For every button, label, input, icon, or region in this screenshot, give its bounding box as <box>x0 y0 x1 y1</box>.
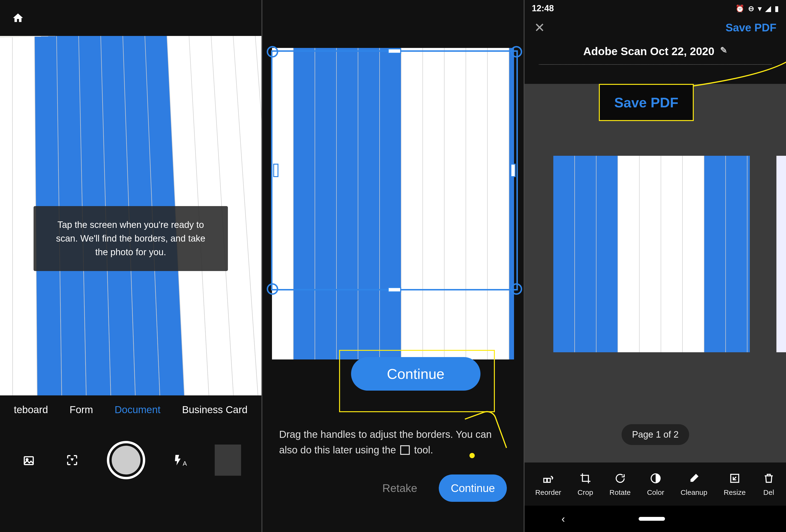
flash-icon[interactable]: A <box>171 452 189 469</box>
tool-color[interactable]: Color <box>647 471 664 496</box>
continue-button-large[interactable]: Continue <box>351 357 481 391</box>
topbar <box>0 0 261 36</box>
crop-icon <box>400 445 410 455</box>
highlight-save-pdf: Save PDF <box>599 84 694 121</box>
trash-icon <box>762 471 776 485</box>
battery-icon: ▮ <box>775 4 779 13</box>
dnd-icon: ⊖ <box>748 4 754 13</box>
alarm-icon: ⏰ <box>735 4 744 13</box>
review-header: ✕ Save PDF <box>525 17 786 38</box>
shutter-button[interactable] <box>107 441 145 479</box>
android-nav-bar: ‹ <box>525 506 786 532</box>
reorder-icon <box>541 471 555 485</box>
adjust-borders-hint: Drag the handles to adjust the borders. … <box>279 426 507 458</box>
signal-icon: ◢ <box>765 4 771 13</box>
nav-back-icon[interactable]: ‹ <box>561 513 565 525</box>
crop-handle-tr[interactable] <box>511 46 522 57</box>
home-icon[interactable] <box>12 12 24 24</box>
review-main-area: Page 1 of 2 <box>525 84 786 463</box>
crop-handle-bottom[interactable] <box>388 287 401 292</box>
tool-delete[interactable]: Del <box>762 471 776 496</box>
auto-capture-icon[interactable] <box>64 452 81 469</box>
edit-toolbar: Reorder Crop Rotate Color Cleanup Resize… <box>525 463 786 506</box>
continue-button[interactable]: Continue <box>439 475 507 502</box>
shutter-inner <box>112 446 140 475</box>
close-icon[interactable]: ✕ <box>534 20 545 35</box>
capture-toolbar: A <box>0 424 261 496</box>
crop-handle-tl[interactable] <box>267 46 278 57</box>
status-bar: 12:48 ⏰ ⊖ ▾ ◢ ▮ <box>525 0 786 17</box>
camera-viewfinder[interactable]: Tap the screen when you're ready to scan… <box>0 36 261 395</box>
mode-business-card[interactable]: Business Card <box>182 404 248 416</box>
tool-cleanup[interactable]: Cleanup <box>680 471 708 496</box>
gallery-icon[interactable] <box>20 452 38 469</box>
eraser-icon <box>687 471 701 485</box>
crop-rect[interactable] <box>271 50 518 291</box>
svg-rect-3 <box>544 478 547 482</box>
crop-handle-br[interactable] <box>511 283 522 295</box>
crop-bottom-bar: Retake Continue <box>262 475 524 502</box>
tool-reorder[interactable]: Reorder <box>535 471 561 496</box>
panel-review-save: 12:48 ⏰ ⊖ ▾ ◢ ▮ ✕ Save PDF Adobe Scan Oc… <box>525 0 786 532</box>
crop-icon <box>579 471 592 485</box>
nav-home-pill[interactable] <box>639 517 665 521</box>
captured-thumbnail[interactable] <box>215 444 241 476</box>
mode-form[interactable]: Form <box>69 404 93 416</box>
document-title-text: Adobe Scan Oct 22, 2020 <box>583 45 714 58</box>
tool-resize[interactable]: Resize <box>724 471 746 496</box>
color-icon <box>649 471 662 485</box>
svg-rect-4 <box>547 478 550 482</box>
svg-rect-0 <box>24 457 33 465</box>
status-icons: ⏰ ⊖ ▾ ◢ ▮ <box>735 4 779 13</box>
retake-button[interactable]: Retake <box>382 482 417 494</box>
resize-icon <box>728 471 741 485</box>
panel-scan-capture: Tap the screen when you're ready to scan… <box>0 0 261 532</box>
crop-handle-bl[interactable] <box>267 283 278 295</box>
mode-whiteboard[interactable]: teboard <box>14 404 48 416</box>
rotate-icon <box>614 471 627 485</box>
page-indicator: Page 1 of 2 <box>621 424 689 445</box>
mode-document[interactable]: Document <box>115 404 160 416</box>
crop-handle-top[interactable] <box>388 48 401 54</box>
scan-tip-tooltip: Tap the screen when you're ready to scan… <box>33 206 228 271</box>
status-time: 12:48 <box>532 3 554 14</box>
save-pdf-button[interactable]: Save PDF <box>725 21 777 34</box>
page-thumbnail-2[interactable] <box>777 156 786 352</box>
capture-mode-tabs: teboard Form Document Business Card <box>0 395 261 424</box>
pencil-icon[interactable]: ✎ <box>720 45 727 55</box>
wifi-icon: ▾ <box>758 4 762 13</box>
scanned-document-preview <box>553 156 750 352</box>
tool-rotate[interactable]: Rotate <box>609 471 630 496</box>
tool-crop[interactable]: Crop <box>578 471 593 496</box>
crop-handle-right[interactable] <box>510 164 516 177</box>
page-thumbnail-1[interactable] <box>553 156 750 352</box>
crop-handle-left[interactable] <box>273 164 278 177</box>
document-title[interactable]: Adobe Scan Oct 22, 2020 ✎ <box>539 38 771 65</box>
panel-adjust-borders: Continue Drag the handles to adjust the … <box>262 0 524 532</box>
